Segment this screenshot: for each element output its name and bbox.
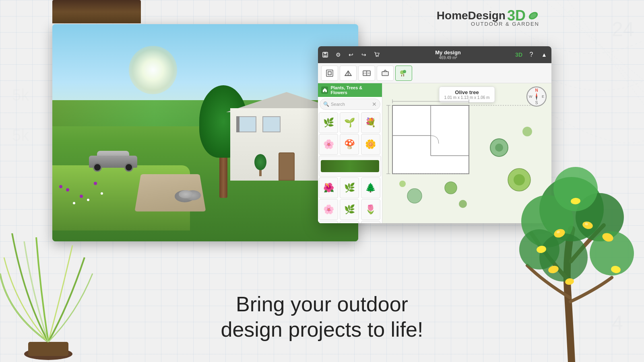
svg-rect-15 xyxy=(328,72,331,75)
compass-east: E xyxy=(542,95,544,99)
svg-point-35 xyxy=(407,189,422,203)
svg-line-2 xyxy=(568,0,644,105)
plant-cell[interactable]: 🌲 xyxy=(361,177,380,198)
car-wheel-right xyxy=(124,163,133,172)
search-bar[interactable]: 🔍 Search ✕ xyxy=(320,99,380,110)
undo-icon[interactable]: ↩ xyxy=(347,51,355,59)
help-button[interactable]: ? xyxy=(527,51,535,59)
project-size: 469.49 m² xyxy=(386,56,510,60)
garden-3d-screenshot xyxy=(52,24,358,241)
app-toolbar: ⚙ ↩ ↪ My design 469.49 m² 3D ? ▲ xyxy=(318,46,551,63)
search-icon: 🔍 xyxy=(323,101,329,107)
toolbar-title: My design 469.49 m² xyxy=(386,49,510,60)
svg-point-56 xyxy=(539,233,588,282)
search-input[interactable]: Search xyxy=(331,102,370,107)
3d-interior-tab[interactable] xyxy=(340,66,357,81)
tagline: Bring your outdoor design projects to li… xyxy=(221,292,423,342)
plant-cell[interactable]: 🌷 xyxy=(361,199,380,220)
plant-cell[interactable]: 🌱 xyxy=(340,112,359,133)
plant-cell[interactable]: 🌼 xyxy=(361,134,380,155)
compass-needle xyxy=(536,93,537,101)
svg-rect-23 xyxy=(403,74,404,76)
library-header: Plants, Trees & Flowers xyxy=(318,83,382,97)
svg-text:5k: 5k xyxy=(12,86,29,104)
svg-point-22 xyxy=(403,70,406,73)
svg-point-36 xyxy=(445,182,457,194)
view-tabs xyxy=(318,63,551,83)
svg-point-12 xyxy=(376,56,377,57)
logo-design-text: Design xyxy=(468,9,506,22)
plant-cell[interactable]: 🌿 xyxy=(340,177,359,198)
floor-plan-tab[interactable] xyxy=(321,66,338,81)
tagline-line1: Bring your outdoor xyxy=(221,292,423,317)
hedge-cell[interactable] xyxy=(319,156,381,177)
mode-3d-button[interactable]: 3D xyxy=(515,51,522,58)
plant-cell[interactable]: 🌳 xyxy=(319,221,338,223)
flower xyxy=(59,185,62,188)
project-name: My design xyxy=(386,49,510,56)
cart-icon[interactable] xyxy=(373,51,381,59)
svg-rect-10 xyxy=(324,52,326,54)
svg-rect-20 xyxy=(382,72,388,76)
svg-rect-49 xyxy=(28,342,68,356)
elevation-tab[interactable] xyxy=(377,66,394,81)
plant-cell[interactable]: 🌲 xyxy=(340,221,359,223)
top-soil-strip xyxy=(52,0,141,23)
small-tree-1 xyxy=(254,152,266,176)
svg-text:5k: 5k xyxy=(12,126,29,144)
plant-cell[interactable]: 🌺 xyxy=(319,177,338,198)
tagline-line2: design projects to life! xyxy=(221,317,423,342)
plant-cell[interactable]: 🌿 xyxy=(340,199,359,220)
expand-icon[interactable]: ▲ xyxy=(540,51,548,59)
svg-point-13 xyxy=(378,56,378,57)
compass-south: S xyxy=(535,101,538,105)
plant-cell[interactable]: 🌿 xyxy=(319,112,338,133)
svg-rect-24 xyxy=(401,75,402,76)
garden-tab[interactable] xyxy=(395,66,412,81)
lemon-tree-decoration xyxy=(507,129,636,362)
plant-cell[interactable]: 🍄 xyxy=(340,134,359,155)
logo-leaf-icon xyxy=(527,10,539,22)
flower xyxy=(73,202,75,204)
flower xyxy=(66,188,69,191)
svg-line-1 xyxy=(555,0,644,93)
svg-text:24: 24 xyxy=(612,18,634,41)
library-category: Plants, Trees & Flowers xyxy=(330,85,379,95)
svg-point-37 xyxy=(399,181,406,187)
plant-cell[interactable]: 🌿 xyxy=(361,221,380,223)
compass-west: W xyxy=(529,95,533,99)
compass-north: N xyxy=(535,88,538,93)
svg-point-53 xyxy=(553,167,598,211)
svg-point-38 xyxy=(459,200,467,208)
plant-cell[interactable]: 💐 xyxy=(361,112,380,133)
svg-rect-11 xyxy=(324,55,327,57)
logo-home-text: Home xyxy=(437,9,468,22)
spider-plant-decoration xyxy=(0,233,97,362)
plant-library: Plants, Trees & Flowers 🔍 Search ✕ 🌿 🌱 💐 xyxy=(318,83,382,223)
sun xyxy=(129,46,177,94)
flower xyxy=(94,182,97,185)
svg-point-32 xyxy=(495,144,503,152)
search-clear-icon[interactable]: ✕ xyxy=(372,101,377,107)
flower xyxy=(80,195,83,198)
car xyxy=(89,150,137,172)
plant-grid: 🌿 🌱 💐 🌸 🍄 🌼 xyxy=(318,111,382,223)
section-tab[interactable] xyxy=(358,66,375,81)
car-wheel-left xyxy=(93,163,102,172)
plant-cell[interactable]: 🌸 xyxy=(319,134,338,155)
logo-subtitle: OUTDOOR & GARDEN xyxy=(471,21,539,27)
redo-icon[interactable]: ↪ xyxy=(360,51,368,59)
plant-cell[interactable]: 🌸 xyxy=(319,199,338,220)
compass: N S E W xyxy=(526,86,547,107)
flower xyxy=(87,199,89,201)
library-home-icon xyxy=(321,86,328,94)
save-icon[interactable] xyxy=(321,51,329,59)
flower xyxy=(101,192,103,195)
settings-icon[interactable]: ⚙ xyxy=(334,51,342,59)
compass-ring: N S E W xyxy=(526,86,547,107)
